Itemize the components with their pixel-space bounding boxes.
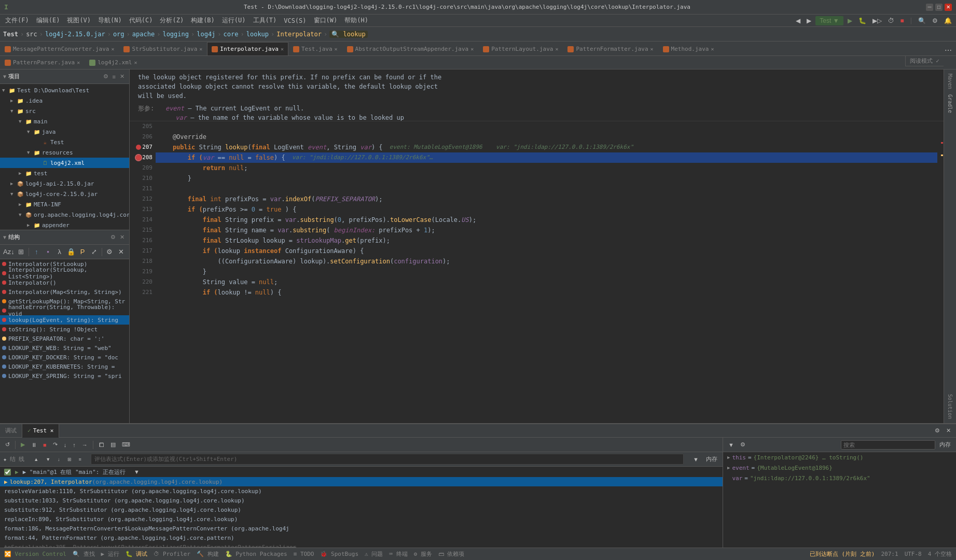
struct-item-web[interactable]: LOOKUP_KEY_WEB: String = "web": [0, 343, 129, 353]
run-button[interactable]: ▶: [846, 16, 854, 25]
settings-struct-button[interactable]: ⚙: [105, 246, 115, 258]
menu-run[interactable]: 运行(U): [219, 15, 249, 26]
maximize-button[interactable]: □: [935, 4, 943, 11]
status-search-button[interactable]: 🔍 查找: [73, 550, 95, 558]
debug-frame-2[interactable]: substitute:1033, StrSubstitutor (org.apa…: [0, 496, 723, 505]
var-expand-icon[interactable]: ▶: [727, 465, 730, 470]
tab-abstractappender[interactable]: AbstractOutputStreamAppender.java ✕: [342, 42, 479, 55]
var-event[interactable]: ▶ event = {MutableLogEvent@1896}: [723, 463, 956, 473]
menu-build[interactable]: 构建(B): [188, 15, 218, 26]
var-settings-button[interactable]: ⚙: [738, 440, 747, 449]
eval-down-button[interactable]: ▼: [44, 456, 52, 463]
status-terminal-button[interactable]: ⌨ 终端: [389, 550, 407, 558]
memory-view-button[interactable]: 内存: [937, 440, 953, 450]
show-nonpub-button[interactable]: 🔒: [66, 246, 76, 258]
eval-filter-button[interactable]: ≡: [77, 456, 84, 463]
structure-close-button[interactable]: ✕: [118, 233, 126, 241]
tree-test-folder[interactable]: ▶ 📁 test: [0, 168, 129, 178]
struct-item-docker[interactable]: LOOKUP_KEY_DOCKER: String = "doc: [0, 353, 129, 362]
status-database-button[interactable]: 🗃 依赖项: [438, 550, 465, 558]
breadcrumb-logging[interactable]: logging: [162, 31, 189, 38]
code-editor[interactable]: 205 206 207 208 209 210 211 212 213 214 …: [130, 121, 944, 423]
struct-item-constructor2[interactable]: Interpolator(StrLookup, List<String>): [0, 269, 129, 278]
bottom-tab-test[interactable]: ✓ Test ✕: [22, 424, 59, 438]
status-encoding[interactable]: UTF-8: [905, 551, 922, 557]
tab-messagepatternconverter[interactable]: MessagePatternConverter.java ✕: [0, 42, 119, 55]
sort-alpha-button[interactable]: Az↓: [3, 246, 15, 258]
tab-close-icon[interactable]: ✕: [199, 46, 202, 52]
tab-log4j2xml[interactable]: log4j2.xml ✕: [85, 56, 142, 69]
tree-meta-inf[interactable]: ▶ 📁 META-INF: [0, 199, 129, 209]
breadcrumb-apache[interactable]: apache: [132, 31, 155, 38]
tab-patternformatter[interactable]: PatternFormatter.java ✕: [563, 42, 658, 55]
debug-frame-3[interactable]: substitute:912, StrSubstitutor (org.apac…: [0, 505, 723, 514]
breadcrumb-src[interactable]: src: [26, 31, 37, 38]
menu-help[interactable]: 帮助(H): [341, 15, 371, 26]
debug-vars-button[interactable]: ▤: [108, 440, 118, 449]
status-debug-button[interactable]: 🐛 调试: [126, 550, 148, 558]
update-button[interactable]: 🔔: [942, 16, 954, 25]
thread-filter-button[interactable]: ▼: [132, 468, 142, 476]
debug-step-into-button[interactable]: ↓: [62, 441, 69, 449]
tree-idea[interactable]: ▶ 📁 .idea: [0, 95, 129, 106]
debug-step-out-button[interactable]: ↑: [71, 441, 78, 449]
project-close-button[interactable]: ✕: [118, 73, 126, 80]
project-collapse-button[interactable]: ≡: [111, 73, 117, 80]
tabs-overflow-button[interactable]: ⋯: [943, 45, 954, 55]
breadcrumb-log4j[interactable]: log4j: [197, 31, 215, 38]
status-services-button[interactable]: ⚙ 服务: [414, 550, 432, 558]
tree-appender[interactable]: ▶ 📁 appender: [0, 220, 129, 230]
tree-java[interactable]: ▼ 📁 java: [0, 127, 129, 137]
status-problems-button[interactable]: ⚠ 问题: [365, 550, 383, 558]
struct-item-handleerror[interactable]: handleError(String, Throwable): void: [0, 306, 129, 315]
struct-item-prefix-sep[interactable]: PREFIX_SEPARATOR: char = ':': [0, 334, 129, 343]
tab-test[interactable]: Test.java ✕: [288, 42, 342, 55]
breadcrumb-project[interactable]: Test: [3, 31, 18, 38]
debug-resume-button[interactable]: ▶: [19, 440, 27, 449]
project-settings-button[interactable]: ⚙: [102, 73, 110, 80]
structure-expand-icon[interactable]: ▼: [3, 234, 6, 240]
tab-interpolator[interactable]: Interpolator.java ✕: [207, 42, 288, 55]
debug-frame-5[interactable]: format:186, MessagePatternConverter$Look…: [0, 524, 723, 533]
bottom-close-button[interactable]: ✕: [944, 426, 953, 435]
search-everywhere-button[interactable]: 🔍: [916, 16, 928, 25]
status-build-button[interactable]: 🔨 构建: [197, 550, 219, 558]
tab-close-icon[interactable]: ✕: [77, 60, 80, 65]
menu-window[interactable]: 窗口(W): [311, 15, 341, 26]
breadcrumb-interpolator[interactable]: Interpolator: [276, 31, 322, 38]
debug-stop-button[interactable]: ■: [41, 441, 49, 449]
debug-frame-6[interactable]: format:44, PatternFormatter (org.apache.…: [0, 533, 723, 542]
tree-org-package[interactable]: ▼ 📦 org.apache.logging.log4j.core: [0, 209, 129, 220]
tree-log4j-core-jar[interactable]: ▼ 📦 log4j-core-2.15.0.jar: [0, 189, 129, 199]
breadcrumb-org[interactable]: org: [113, 31, 124, 38]
status-python-button[interactable]: 🐍 Python Packages: [225, 551, 287, 557]
project-expand-icon[interactable]: ▼: [3, 74, 6, 79]
show-inherited-button[interactable]: ↑: [32, 246, 41, 258]
debug-frames-button[interactable]: ⧠: [96, 441, 106, 449]
tab-close-icon[interactable]: ✕: [111, 46, 114, 52]
filter-button[interactable]: ▼: [691, 455, 701, 464]
status-run-button[interactable]: ▶ 运行: [101, 550, 119, 558]
tab-patternlayout[interactable]: PatternLayout.java ✕: [478, 42, 563, 55]
var-expand-icon[interactable]: ▶: [727, 455, 730, 460]
menu-vcs[interactable]: VCS(S): [281, 16, 309, 25]
solution-panel-label[interactable]: Solution: [946, 392, 954, 421]
var-search-input[interactable]: [841, 440, 935, 450]
bottom-settings-button[interactable]: ⚙: [933, 426, 942, 435]
structure-settings-button[interactable]: ⚙: [109, 233, 117, 241]
debug-console-button[interactable]: ⌨: [120, 440, 132, 449]
struct-item-spring[interactable]: LOOKUP_KEY_SPRING: String = "spri: [0, 371, 129, 381]
bottom-tab-debug[interactable]: 调试: [0, 424, 22, 438]
tree-src[interactable]: ▼ 📁 src: [0, 106, 129, 116]
debug-pause-button[interactable]: ⏸: [29, 441, 39, 449]
tree-resources[interactable]: ▼ 📁 resources: [0, 147, 129, 158]
status-indent[interactable]: 4 个空格: [928, 550, 952, 558]
gradle-panel-label[interactable]: Gradle: [946, 92, 954, 115]
eval-download-button[interactable]: ↓: [56, 456, 62, 463]
menu-view[interactable]: 视图(V): [64, 15, 94, 26]
struct-item-tostring[interactable]: toString(): String !Object: [0, 325, 129, 334]
toolbar-back-button[interactable]: ◀: [794, 16, 802, 25]
tree-log4j2-xml[interactable]: 🗒 log4j2.xml: [0, 158, 129, 168]
debug-frame-0[interactable]: ▶ lookup:207, Interpolator (org.apache.l…: [0, 477, 723, 486]
eval-up-button[interactable]: ▲: [32, 456, 40, 463]
